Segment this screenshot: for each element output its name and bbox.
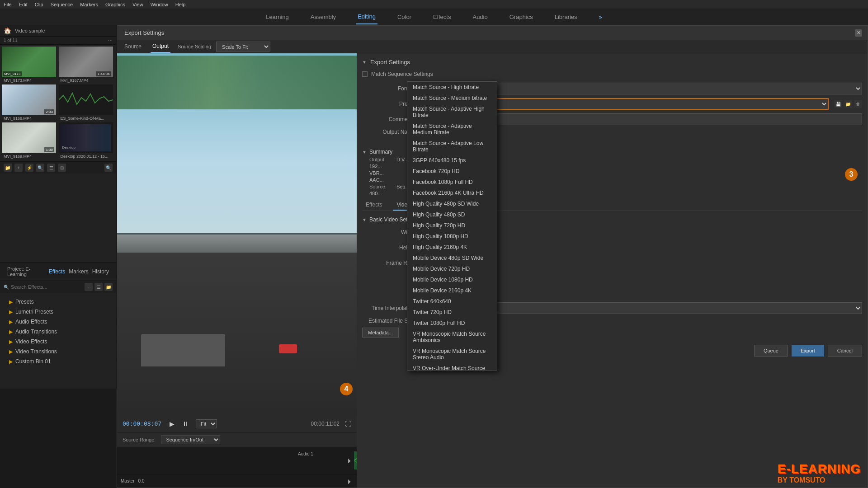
more-tabs-icon[interactable]: »: [597, 10, 604, 24]
play-button[interactable]: ▶: [167, 419, 177, 429]
tab-libraries[interactable]: Libraries: [553, 10, 579, 24]
sidebar-item-custom-bin[interactable]: ▶ Custom Bin 01: [2, 357, 114, 366]
cancel-button[interactable]: Cancel: [828, 345, 862, 357]
dropdown-item[interactable]: VR Over-Under Match Source Ambisonics: [407, 363, 497, 371]
tab-effects[interactable]: Effects: [431, 10, 453, 24]
dropdown-item[interactable]: Twitter 640x640: [407, 296, 497, 307]
dropdown-item[interactable]: Mobile Device 2160p 4K: [407, 285, 497, 296]
list-item[interactable]: Desktop Desktop 2020.01.12 - 15...: [59, 122, 115, 160]
menu-window[interactable]: Window: [151, 2, 168, 7]
sidebar-item-presets[interactable]: ▶ Presets: [2, 297, 114, 307]
dropdown-item[interactable]: VR Monoscopic Match Source Stereo Audio: [407, 346, 497, 363]
sidebar-item-audio-transitions[interactable]: ▶ Audio Transitions: [2, 327, 114, 337]
new-bin-icon[interactable]: 📁: [4, 164, 12, 172]
dropdown-item[interactable]: Mobile Device 720p HD: [407, 263, 497, 274]
effects-tab[interactable]: Effects: [49, 268, 65, 275]
dropdown-item[interactable]: High Quality 720p HD: [407, 220, 497, 231]
fullscreen-icon[interactable]: ⛶: [345, 420, 351, 427]
menu-edit[interactable]: Edit: [19, 2, 28, 7]
effects-search-input[interactable]: [11, 284, 83, 290]
metadata-button[interactable]: Metadata...: [362, 328, 399, 338]
media-thumbnail-4[interactable]: [59, 84, 113, 115]
icon-view-icon[interactable]: ⊞: [58, 164, 66, 172]
list-item[interactable]: MVI_9173 MVI_9173.MP4: [2, 47, 58, 84]
dropdown-item[interactable]: High Quality 480p SD: [407, 209, 497, 220]
export-button[interactable]: Export: [792, 345, 824, 357]
fit-select[interactable]: Fit: [196, 419, 217, 428]
summary-detail-2: VBR...: [369, 170, 384, 176]
sidebar-item-audio-effects[interactable]: ▶ Audio Effects: [2, 317, 114, 327]
media-thumbnail-5[interactable]: 1:00: [2, 122, 56, 153]
queue-button[interactable]: Queue: [754, 345, 788, 357]
tab-color[interactable]: Color: [396, 10, 413, 24]
find-icon[interactable]: 🔍: [36, 164, 44, 172]
time-end: 00:00:11:02: [311, 421, 340, 427]
markers-tab[interactable]: Markers: [69, 268, 88, 275]
history-tab[interactable]: History: [92, 268, 109, 275]
media-thumbnail-3[interactable]: 2:03: [2, 84, 56, 115]
dialog-titlebar: Export Settings ✕: [117, 26, 868, 40]
sidebar-item-lumetri[interactable]: ▶ Lumetri Presets: [2, 307, 114, 317]
tab-learning[interactable]: Learning: [264, 10, 291, 24]
dropdown-item[interactable]: High Quality 480p SD Wide: [407, 198, 497, 209]
transport-play-icon[interactable]: ⏵: [347, 457, 353, 464]
media-label-1: MVI_9173.MP4: [2, 77, 58, 84]
ev-tab-effects[interactable]: Effects: [362, 200, 386, 211]
dropdown-item[interactable]: Twitter 720p HD: [407, 307, 497, 318]
dropdown-item[interactable]: Match Source - Medium bitrate: [407, 93, 497, 103]
stop-button[interactable]: ⏸: [180, 419, 190, 429]
tab-audio[interactable]: Audio: [471, 10, 489, 24]
effects-icon2[interactable]: ☰: [94, 283, 103, 291]
menu-clip[interactable]: Clip: [35, 2, 43, 7]
menu-sequence[interactable]: Sequence: [51, 2, 73, 7]
dropdown-item[interactable]: Facebook 2160p 4K Ultra HD: [407, 188, 497, 198]
preset-save-icon[interactable]: 💾: [834, 100, 842, 108]
menu-graphics[interactable]: Graphics: [105, 2, 125, 7]
menu-markers[interactable]: Markers: [80, 2, 98, 7]
dropdown-item[interactable]: VR Monoscopic Match Source Ambisonics: [407, 328, 497, 346]
list-item[interactable]: 2:03 MVI_9168.MP4: [2, 84, 58, 122]
menu-file[interactable]: File: [4, 2, 12, 7]
dialog-close-button[interactable]: ✕: [855, 29, 862, 37]
preset-delete-icon[interactable]: 🗑: [854, 100, 862, 108]
dropdown-item[interactable]: Match Source - Adaptive High Bitrate: [407, 103, 497, 121]
dropdown-item[interactable]: Facebook 720p HD: [407, 166, 497, 177]
export-settings-header[interactable]: ▼ Export Settings: [362, 59, 862, 66]
list-view-icon[interactable]: ☰: [47, 164, 55, 172]
menu-help[interactable]: Help: [175, 2, 186, 7]
dropdown-item[interactable]: Match Source - Adaptive Medium Bitrate: [407, 121, 497, 138]
dialog-tab-output[interactable]: Output: [151, 40, 170, 53]
media-thumbnail-1[interactable]: MVI_9173: [2, 47, 56, 77]
sidebar-item-video-effects[interactable]: ▶ Video Effects: [2, 337, 114, 347]
tab-editing[interactable]: Editing: [356, 9, 377, 24]
list-item[interactable]: 1:00 MVI_9169.MP4: [2, 122, 58, 160]
list-item[interactable]: 1:44:04 MVI_9167.MP4: [59, 47, 115, 84]
dropdown-item[interactable]: Facebook 1080p Full HD: [407, 177, 497, 188]
new-item-icon[interactable]: +: [14, 164, 23, 172]
search-icon[interactable]: 🔍: [104, 164, 113, 172]
dropdown-item[interactable]: Mobile Device 480p SD Wide: [407, 253, 497, 263]
media-thumbnail-2[interactable]: 1:44:04: [59, 47, 113, 77]
dropdown-item[interactable]: Match Source - High bitrate: [407, 82, 497, 93]
menu-view[interactable]: View: [132, 2, 143, 7]
tab-assembly[interactable]: Assembly: [309, 10, 338, 24]
effects-menu-icon[interactable]: ⋯: [85, 283, 93, 291]
sidebar-item-video-transitions[interactable]: ▶ Video Transitions: [2, 347, 114, 357]
dropdown-item[interactable]: Twitter 1080p Full HD: [407, 318, 497, 328]
tab-graphics[interactable]: Graphics: [508, 10, 535, 24]
dropdown-item[interactable]: High Quality 1080p HD: [407, 231, 497, 242]
automate-icon[interactable]: ⚡: [25, 164, 33, 172]
dropdown-item[interactable]: 3GPP 640x480 15 fps: [407, 155, 497, 166]
master-play-icon[interactable]: ⏵: [347, 478, 353, 485]
media-thumbnail-6[interactable]: Desktop: [59, 122, 113, 153]
match-sequence-checkbox[interactable]: [362, 71, 368, 77]
effects-icon3[interactable]: 📁: [104, 283, 113, 291]
dropdown-item[interactable]: High Quality 2160p 4K: [407, 242, 497, 253]
dropdown-item[interactable]: Match Source - Adaptive Low Bitrate: [407, 138, 497, 155]
dialog-tab-source[interactable]: Source: [123, 41, 143, 52]
source-range-select[interactable]: Sequence In/Out Entire Sequence Work Are…: [161, 435, 220, 444]
preset-folder-icon[interactable]: 📁: [844, 100, 852, 108]
source-scaling-select[interactable]: Scale To Fit: [216, 42, 270, 52]
list-item[interactable]: ES_Some-Kind-Of-Ma...: [59, 84, 115, 122]
dropdown-item[interactable]: Mobile Device 1080p HD: [407, 274, 497, 285]
